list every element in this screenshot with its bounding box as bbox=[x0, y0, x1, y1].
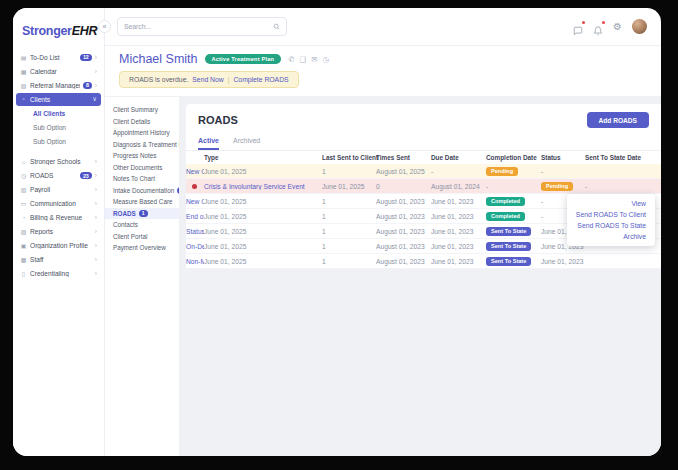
client-nav-item[interactable]: Contacts bbox=[105, 219, 179, 231]
sidebar-item[interactable]: ▦ Calendar › bbox=[16, 65, 101, 78]
sidebar-item-icon: ▧ bbox=[20, 82, 27, 89]
status-badge: Completed bbox=[486, 197, 525, 206]
sidebar-item-label: ROADS bbox=[30, 172, 77, 179]
patient-action-icon[interactable]: ◷ bbox=[322, 55, 329, 64]
client-nav-label: Appointment History bbox=[113, 129, 170, 136]
sidebar-item[interactable]: ⌂ Stronger Schools › bbox=[16, 155, 101, 168]
row-type-link[interactable]: End of Treatment Notifications bbox=[186, 213, 204, 220]
sidebar-item[interactable]: ▯ Credentialing › bbox=[16, 267, 101, 280]
notification-dot bbox=[602, 21, 606, 25]
sidebar-item[interactable]: ▥ Payroll › bbox=[16, 183, 101, 196]
sidebar-item[interactable]: ▨ Reports › bbox=[16, 225, 101, 238]
row-type-link[interactable]: New Client bbox=[186, 168, 204, 175]
row-sent-to-state-date: - bbox=[541, 168, 585, 175]
row-type-link[interactable]: On-Demand (Crisis & Involuntary Service … bbox=[186, 243, 204, 250]
row-last-sent: June 01, 2025 bbox=[204, 243, 322, 250]
table-row[interactable]: Non-Medicaid Service June 01, 2025 1 Aug… bbox=[186, 254, 661, 269]
row-type-link[interactable]: New Client bbox=[186, 198, 204, 205]
sidebar-item-label: Staff bbox=[30, 256, 92, 263]
patient-action-icon[interactable]: ✉ bbox=[311, 55, 317, 64]
client-nav-badge: 1 bbox=[139, 210, 148, 217]
sidebar-item-label: Sub Option bbox=[33, 124, 97, 131]
row-type-link[interactable]: Crisis & Involuntary Service Event bbox=[204, 183, 322, 190]
sidebar-item[interactable]: ▧ Referral Management 8 › bbox=[16, 79, 101, 92]
client-nav-item[interactable]: Measure Based Care bbox=[105, 196, 179, 208]
client-nav-item[interactable]: Client Portal bbox=[105, 231, 179, 243]
client-nav-item[interactable]: Other Documents bbox=[105, 162, 179, 174]
table-row[interactable]: New Client June 01, 2025 1 August 01, 20… bbox=[186, 164, 661, 179]
sidebar-item[interactable]: ◔ Billing & Revenue › bbox=[16, 211, 101, 224]
status-badge: Pending bbox=[486, 167, 518, 176]
row-due-date: August 01, 2023 bbox=[376, 228, 431, 235]
sidebar-item[interactable]: ◷ ROADS 23 › bbox=[16, 169, 101, 182]
sidebar-item-icon: ▤ bbox=[20, 54, 27, 61]
chevron-icon: › bbox=[95, 54, 97, 61]
sidebar-item[interactable]: ▩ Staff › bbox=[16, 253, 101, 266]
context-menu-item[interactable]: Send ROADS To Client bbox=[576, 211, 646, 218]
sidebar-item[interactable]: ▭ Communication › bbox=[16, 197, 101, 210]
patient-action-icon[interactable]: ✆ bbox=[288, 55, 294, 64]
complete-roads-link[interactable]: Complete ROADS bbox=[233, 76, 288, 83]
sidebar-item[interactable]: All Clients bbox=[16, 107, 101, 120]
client-nav-item[interactable]: Intake Documentation 12 bbox=[105, 185, 179, 197]
patient-action-icon[interactable]: ❑ bbox=[299, 55, 306, 64]
sidebar-item[interactable]: Sub Option bbox=[16, 121, 101, 134]
row-type-link[interactable]: Status Update bbox=[186, 228, 204, 235]
column-header-last-sent: Last Sent to Client bbox=[322, 154, 376, 161]
settings-gear-icon[interactable]: ⚙ bbox=[613, 22, 622, 32]
client-nav-label: Notes To Chart bbox=[113, 175, 155, 182]
context-menu-item[interactable]: Archive bbox=[623, 233, 646, 240]
treatment-plan-badge: Active Treatment Plan bbox=[205, 54, 282, 64]
send-now-link[interactable]: Send Now bbox=[192, 76, 223, 83]
context-menu-item[interactable]: Send ROADS To State bbox=[577, 222, 646, 229]
notifications-bell-icon[interactable] bbox=[593, 22, 603, 32]
row-last-sent: June 01, 2025 bbox=[322, 183, 376, 190]
client-nav-item[interactable]: Diagnosis & Treatment Plans bbox=[105, 139, 179, 151]
context-menu-item[interactable]: View bbox=[631, 200, 646, 207]
client-nav-item[interactable]: Payment Overview bbox=[105, 242, 179, 254]
row-context-menu: View Send ROADS To Client Send ROADS To … bbox=[567, 194, 655, 246]
sidebar-item[interactable]: ▣ Organization Profile › bbox=[16, 239, 101, 252]
topbar-icons: ⚙ bbox=[573, 19, 647, 34]
sidebar-item[interactable]: Sub Option bbox=[16, 135, 101, 148]
client-nav-item[interactable]: Client Summary bbox=[105, 104, 179, 116]
row-type-link[interactable]: Non-Medicaid Service bbox=[186, 258, 204, 265]
client-nav-badge: 12 bbox=[177, 187, 179, 194]
row-last-sent: June 01, 2025 bbox=[204, 213, 322, 220]
status-badge: Completed bbox=[486, 212, 525, 221]
row-due-date: August 01, 2024 bbox=[431, 183, 486, 190]
row-sent-to-state-date: June 01, 2023 bbox=[541, 258, 585, 265]
sidebar: StrongerEHR ▤ To-Do List 12 › ▦ Calendar… bbox=[13, 8, 105, 456]
row-times-sent: 1 bbox=[322, 258, 376, 265]
status-badge: Sent To State bbox=[486, 242, 531, 251]
table-row[interactable]: Crisis & Involuntary Service Event June … bbox=[186, 179, 661, 194]
client-nav-label: Intake Documentation bbox=[113, 187, 174, 194]
sidebar-item[interactable]: ▤ To-Do List 12 › bbox=[16, 51, 101, 64]
row-times-sent: 1 bbox=[322, 198, 376, 205]
chevron-icon: › bbox=[95, 270, 97, 277]
client-nav-item[interactable]: ROADS 1 bbox=[105, 208, 179, 220]
sidebar-item-label: Credentialing bbox=[30, 270, 92, 277]
sidebar-item-label: Calendar bbox=[30, 68, 92, 75]
client-nav-item[interactable]: Appointment History bbox=[105, 127, 179, 139]
client-nav-label: Diagnosis & Treatment Plans bbox=[113, 141, 179, 148]
tab-active[interactable]: Active bbox=[198, 137, 219, 150]
client-nav-item[interactable]: Client Details bbox=[105, 116, 179, 128]
user-avatar[interactable] bbox=[632, 19, 647, 34]
add-roads-button[interactable]: Add ROADS bbox=[587, 112, 649, 128]
column-header-status: Status bbox=[541, 154, 585, 161]
roads-overdue-alert: ROADS is overdue. Send Now | Complete RO… bbox=[119, 71, 299, 88]
sidebar-item-label: Billing & Revenue bbox=[30, 214, 92, 221]
row-sent-to-state-date: - bbox=[585, 183, 648, 190]
tab-archived[interactable]: Archived bbox=[233, 137, 260, 150]
search-input[interactable] bbox=[124, 23, 269, 30]
sidebar-item-icon: ▯ bbox=[20, 270, 27, 277]
client-nav-item[interactable]: Progress Notes bbox=[105, 150, 179, 162]
column-header-sent-to-state: Sent To State Date bbox=[585, 154, 648, 161]
sidebar-item-label: Communication bbox=[30, 200, 92, 207]
sidebar-item[interactable]: ▫ Clients ∨ bbox=[16, 93, 101, 106]
messages-icon[interactable] bbox=[573, 22, 583, 32]
client-nav-item[interactable]: Notes To Chart bbox=[105, 173, 179, 185]
sidebar-collapse-button[interactable]: « bbox=[98, 20, 111, 33]
row-due-date: August 01, 2025 bbox=[376, 168, 431, 175]
